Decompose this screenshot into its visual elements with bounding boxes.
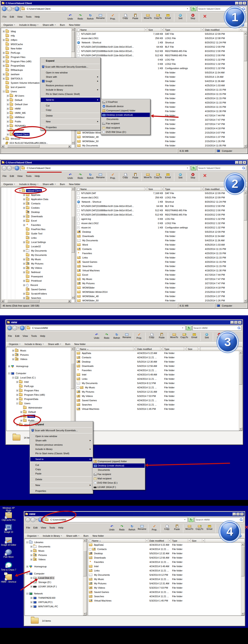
search-box[interactable]: Search HMW — [193, 326, 241, 330]
scroll-down-icon[interactable]: ▼ — [239, 428, 242, 430]
toolbar-copyto-button[interactable]: CopyTo — [153, 172, 163, 178]
toolbar-sett-button[interactable]: Sett — [202, 332, 212, 339]
scroll-up-icon[interactable]: ▲ — [244, 32, 247, 35]
menu-file[interactable]: File — [8, 335, 12, 337]
tree-expander-icon[interactable]: + — [7, 108, 9, 110]
file-row[interactable]: ntuser.ini1 KBConfiguration settings8/10… — [76, 226, 244, 230]
tree-expander-icon[interactable]: + — [3, 30, 5, 32]
toolbar-email-button[interactable]: Email — [163, 172, 173, 178]
scroll-thumb[interactable] — [244, 36, 247, 61]
scroll-down-icon[interactable]: ▼ — [71, 141, 75, 144]
header-checkbox[interactable] — [77, 188, 79, 190]
tree-item-pictures[interactable]: +Pictures — [25, 553, 86, 557]
tree-expander-icon[interactable]: + — [20, 420, 22, 422]
command-share-with[interactable]: Share with▼ — [43, 24, 56, 26]
scroll-down-icon[interactable]: ▼ — [71, 428, 74, 430]
tree-item-documents[interactable]: +Documents — [25, 544, 86, 549]
tree-expander-icon[interactable]: − — [26, 573, 28, 575]
tree-item-hmwtest[interactable]: +HMWtest — [1, 115, 75, 119]
file-row[interactable]: NTUSER.DAT{016888bd-6c6f-11de-8d1d-001e0… — [76, 45, 244, 49]
file-row[interactable]: My Documents5/4/2014 8:12 PMFile folder — [76, 381, 239, 385]
horizontal-scrollbar[interactable]: ◀▶ — [1, 144, 71, 148]
file-row[interactable]: ExcelFile folder4/17/2014 7:44 PM — [76, 273, 244, 277]
tree-expander-icon[interactable]: + — [12, 350, 14, 352]
tree-item-programdata[interactable]: +ProgramData — [1, 64, 75, 68]
tree-item-storage-d-[interactable]: +Storage (D:) — [25, 580, 86, 584]
column-header-name[interactable]: Name▲▼ — [76, 347, 136, 351]
tree-expander-icon[interactable]: + — [23, 258, 25, 260]
tree-item-tsftest1[interactable]: +TsfTest1 — [1, 128, 75, 132]
tree-expander-icon[interactable]: + — [7, 125, 9, 127]
tree-expander-icon[interactable]: + — [7, 116, 9, 118]
forward-button[interactable]: → — [12, 326, 17, 330]
file-row[interactable]: ntuser.dat.LOG1256 KBLOG1 File5/5/2014 1… — [76, 195, 244, 200]
up-button[interactable]: ↑ — [38, 517, 43, 522]
tree-item-locate32[interactable]: +Locate32 — [1, 244, 75, 248]
menu-view[interactable]: View — [41, 526, 46, 529]
header-checkbox[interactable] — [77, 29, 79, 31]
menu-edit[interactable]: Edit — [33, 526, 38, 529]
tree-expander-icon[interactable]: + — [12, 354, 14, 356]
menu-help[interactable]: Help — [35, 175, 40, 177]
tree-item-videos[interactable]: +Videos — [25, 557, 86, 562]
toolbar-refresh-button[interactable]: ↻Refrsh — [127, 524, 137, 531]
tree-expander-icon[interactable]: − — [19, 190, 21, 192]
vertical-scrollbar[interactable]: ▲▼ — [244, 32, 247, 148]
file-row[interactable]: FavoritesFile folder4/20/2014 11:15 PM — [76, 92, 244, 96]
menu-help[interactable]: Help — [58, 526, 63, 529]
tree-expander-icon[interactable]: + — [20, 416, 22, 417]
file-row[interactable]: Downloads5/4/2014 12:56 AMFile folder — [76, 364, 239, 368]
tree-expander-icon[interactable]: + — [3, 78, 5, 80]
close-button[interactable]: × — [238, 321, 242, 324]
file-row[interactable]: My Videos5/3/2014 7:03 PMFile folder — [76, 394, 239, 398]
back-button[interactable]: ← — [7, 326, 12, 330]
file-row[interactable]: Virtual Machines5/3/2014 1:45 PMFile fol… — [76, 407, 239, 411]
file-row[interactable]: Virtual MachinesFile folder4/18/2014 11:… — [76, 268, 244, 273]
file-row[interactable]: NTUSER.DAT{016888bd-6c6f-11de-8d1d-001e0… — [76, 208, 244, 212]
tree-expander-icon[interactable]: + — [23, 224, 25, 226]
command-share-with[interactable]: Share with▼ — [43, 183, 56, 186]
scroll-left-icon[interactable]: ◀ — [1, 300, 4, 302]
tree-expander-icon[interactable]: + — [23, 284, 25, 286]
command-share-with[interactable]: Share with▼ — [48, 343, 61, 346]
toolbar-email-button[interactable]: Email — [189, 332, 199, 338]
scroll-down-icon[interactable]: ▼ — [83, 612, 86, 616]
tree-item-perflogs[interactable]: +PerfLogs — [1, 51, 75, 55]
file-row[interactable]: NTUSER.DAT{016888bd-6c6f-11de-8d1d-001e0… — [76, 212, 244, 217]
tree-item-win7virtual-pc[interactable]: +WIN7VIRTUAL-PC — [25, 604, 86, 608]
maximize-button[interactable]: □ — [239, 2, 243, 5]
command-include-in-library[interactable]: Include in library▼ — [25, 343, 44, 346]
header-checkbox[interactable] — [77, 348, 79, 350]
tree-item-public[interactable]: +Public — [1, 119, 75, 124]
toolbar-stop-button[interactable]: Stop — [214, 332, 224, 339]
help-button[interactable]: ? — [241, 183, 244, 186]
toolbar-undo-button[interactable]: ↶Undo — [65, 172, 75, 179]
column-header-name[interactable]: Name▲▼ — [88, 539, 148, 543]
toolbar-undo-button[interactable]: ↶Undo — [91, 332, 102, 339]
tree-expander-icon[interactable]: + — [23, 216, 25, 218]
column-dropdown-icon[interactable]: ▼ — [239, 188, 242, 191]
tree-item-scratchfolders[interactable]: +ScratchFolders — [1, 292, 75, 296]
horizontal-scrollbar[interactable]: ◀▶ — [1, 299, 71, 302]
command-burn[interactable]: Burn — [60, 183, 65, 186]
tree-expander-icon[interactable]: + — [23, 198, 25, 200]
scroll-up-icon[interactable]: ▲ — [83, 539, 86, 542]
file-row[interactable]: Virtual MachinesFile folder4/18/2014 11:… — [76, 109, 244, 113]
command-include-in-library[interactable]: Include in library▼ — [19, 183, 38, 186]
column-header-name[interactable]: Name▼ — [76, 187, 147, 191]
back-button[interactable]: ← — [25, 517, 30, 522]
desktop-icon-snagit-10[interactable]: ↗Snagit 10 — [0, 524, 17, 533]
history-chevron-icon[interactable]: ▼ — [17, 327, 19, 329]
file-row[interactable]: Intel4/24/2014 5:49 AMFile folder — [76, 372, 239, 377]
tree-item-local-disk-c-[interactable]: +Local Disk (C:) — [25, 576, 86, 580]
file-row[interactable]: DownloadsFile folder5/5/2014 11:54 AM — [76, 234, 244, 238]
minimize-button[interactable]: _ — [235, 161, 239, 164]
file-row[interactable]: Favorites4/24/2014 11:21 ...File folder — [88, 560, 241, 564]
desktop-icon-clipcache-pro[interactable]: ↗ClipCache Pro — [0, 512, 17, 521]
toolbar-copyto-button[interactable]: CopyTo — [194, 524, 205, 530]
command-burn[interactable]: Burn — [60, 24, 65, 26]
command-organize[interactable]: Organize▼ — [3, 24, 15, 26]
tree-expander-icon[interactable]: + — [7, 104, 9, 106]
command-new-folder[interactable]: New folder — [69, 24, 80, 26]
tree-item-users[interactable]: −Users — [6, 401, 74, 406]
